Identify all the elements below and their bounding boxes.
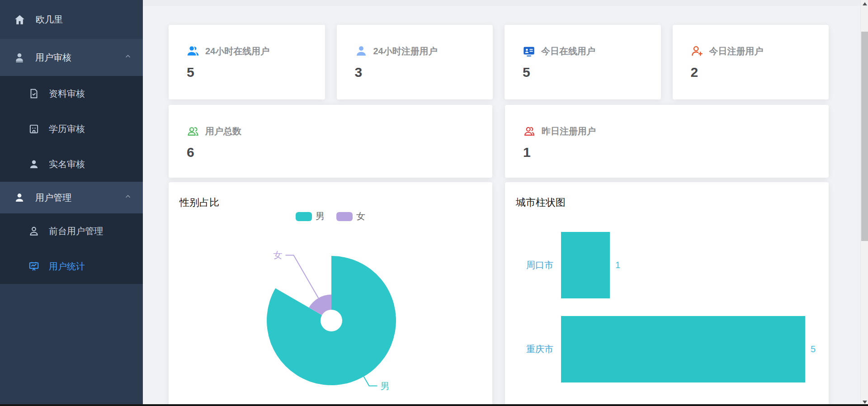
bar-value-label: 1	[615, 232, 620, 298]
arrow-down-icon	[863, 401, 867, 404]
bar-category-label: 重庆市	[505, 316, 553, 382]
legend-swatch	[296, 212, 312, 221]
legend-label: 女	[356, 210, 365, 222]
vertical-scrollbar[interactable]	[860, 0, 868, 406]
id-card-icon	[523, 45, 535, 57]
pie-legend: 男女	[169, 210, 492, 222]
legend-item-男[interactable]: 男	[296, 210, 325, 222]
stat-row-2: 用户总数 6 昨日注册用户 1	[169, 105, 829, 178]
sidebar-item-label: 用户统计	[49, 260, 85, 273]
sidebar-item-label: 前台用户管理	[49, 225, 103, 237]
chart-row: 性别占比 男女 男女 城市柱状图 周口市1重庆市5	[169, 182, 829, 406]
stat-card-online-today: 今日在线用户 5	[505, 25, 661, 99]
city-bar-chart: 周口市1重庆市5	[505, 182, 828, 406]
legend-label: 男	[316, 210, 325, 222]
stat-label: 用户总数	[205, 125, 241, 137]
user-badge-icon	[14, 52, 25, 63]
main-content: 24小时在线用户 5 24小时注册用户 3 今日在线用户	[143, 0, 860, 406]
sidebar-item-education-audit[interactable]: 学历审核	[0, 111, 143, 146]
pie-chart-title: 性别占比	[179, 196, 219, 209]
person-outline-icon	[28, 225, 40, 237]
stat-card-online-24h: 24小时在线用户 5	[169, 25, 325, 99]
app-title: 欧几里	[36, 14, 63, 26]
window-bottom-edge	[0, 404, 868, 406]
stat-label: 今日在线用户	[541, 45, 595, 57]
document-check-icon	[28, 88, 40, 99]
sidebar-item-user-stats[interactable]: 用户统计	[0, 249, 143, 284]
pie-label-line	[286, 255, 319, 298]
header-strip	[143, 0, 860, 6]
user-filled-icon	[355, 45, 368, 57]
home-icon	[14, 14, 26, 26]
user-filled-icon	[14, 192, 25, 203]
stat-value: 3	[355, 65, 475, 80]
stat-card-registered-yesterday: 昨日注册用户 1	[505, 105, 829, 178]
city-bar-card: 城市柱状图 周口市1重庆市5	[505, 182, 829, 406]
sidebar-group-label: 用户审核	[35, 52, 71, 64]
chevron-up-icon	[124, 52, 132, 63]
school-building-icon	[28, 123, 40, 135]
submenu-user-manage: 前台用户管理 用户统计	[0, 213, 143, 284]
sidebar-group-user-manage[interactable]: 用户管理	[0, 182, 143, 213]
stat-label: 今日注册用户	[709, 45, 764, 57]
sidebar-item-label: 资料审核	[49, 88, 85, 100]
stat-row-1: 24小时在线用户 5 24小时注册用户 3 今日在线用户	[169, 25, 829, 99]
sidebar-group-user-audit[interactable]: 用户审核	[0, 39, 143, 76]
user-group-icon	[187, 125, 199, 137]
legend-swatch	[336, 212, 353, 221]
bar-重庆市	[561, 316, 805, 382]
stat-card-registered-24h: 24小时注册用户 3	[337, 25, 493, 99]
users-filled-icon	[187, 45, 199, 57]
stat-card-registered-today: 今日注册用户 2	[673, 25, 829, 99]
sidebar-group-label: 用户管理	[35, 192, 71, 204]
user-plus-icon	[691, 45, 703, 57]
bar-value-label: 5	[811, 316, 816, 382]
bar-category-label: 周口市	[505, 232, 553, 298]
arrow-up-icon	[863, 2, 867, 5]
gender-pie-card: 性别占比 男女 男女	[169, 182, 492, 406]
stat-label: 24小时在线用户	[205, 45, 269, 57]
pie-slice-label: 女	[274, 250, 283, 260]
sidebar: 欧几里 用户审核 资料审核 学历审核 实名审核	[0, 0, 143, 406]
sidebar-item-label: 学历审核	[49, 123, 85, 135]
bar-chart-title: 城市柱状图	[516, 196, 566, 209]
stat-value: 1	[523, 145, 811, 160]
sidebar-item-data-audit[interactable]: 资料审核	[0, 76, 143, 111]
stat-value: 6	[187, 145, 474, 160]
sidebar-item-home[interactable]: 欧几里	[0, 0, 143, 39]
sidebar-item-front-user-manage[interactable]: 前台用户管理	[0, 213, 143, 249]
chart-board-icon	[28, 260, 40, 272]
stat-value: 2	[691, 65, 811, 80]
sidebar-item-label: 实名审核	[49, 158, 85, 170]
stat-value: 5	[523, 65, 643, 80]
stat-value: 5	[187, 65, 307, 80]
sidebar-item-realname-audit[interactable]: 实名审核	[0, 146, 143, 182]
submenu-user-audit: 资料审核 学历审核 实名审核	[0, 76, 143, 182]
person-filled-icon	[28, 158, 40, 170]
scrollbar-thumb[interactable]	[861, 32, 868, 241]
bar-周口市	[561, 232, 610, 298]
two-users-icon	[523, 125, 536, 137]
stat-label: 24小时注册用户	[373, 45, 438, 57]
chevron-up-icon	[124, 193, 132, 203]
pie-hole	[321, 310, 342, 331]
legend-item-女[interactable]: 女	[336, 210, 365, 222]
stat-card-total-users: 用户总数 6	[169, 105, 492, 178]
scroll-up-button[interactable]	[861, 0, 868, 8]
pie-slice-label: 男	[381, 381, 390, 391]
pie-label-line	[364, 377, 377, 386]
stat-label: 昨日注册用户	[542, 125, 596, 137]
